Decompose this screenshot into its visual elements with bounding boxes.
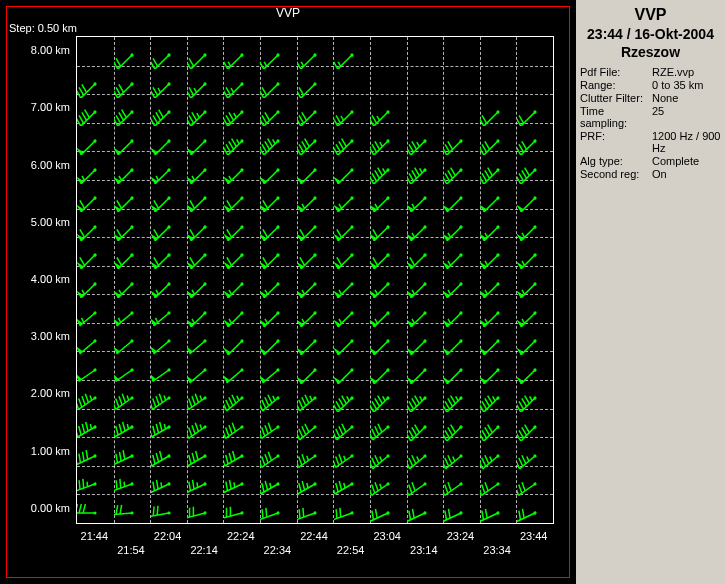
wind-barb <box>151 205 187 241</box>
svg-point-705 <box>349 196 354 201</box>
svg-point-448 <box>313 339 318 344</box>
svg-line-528 <box>154 284 168 298</box>
svg-line-568 <box>521 284 535 298</box>
wind-barb <box>151 176 187 212</box>
svg-line-173 <box>263 454 270 463</box>
svg-line-255 <box>263 425 270 434</box>
svg-line-381 <box>486 396 494 404</box>
svg-line-938 <box>301 84 315 98</box>
svg-point-864 <box>166 110 171 115</box>
svg-point-26 <box>276 511 280 515</box>
wind-barb <box>297 119 333 155</box>
svg-line-75 <box>118 479 123 488</box>
svg-line-163 <box>224 456 241 466</box>
svg-line-765 <box>410 170 418 178</box>
svg-point-412 <box>349 367 354 372</box>
svg-line-688 <box>191 198 205 212</box>
svg-line-332 <box>230 395 238 403</box>
wind-barb <box>151 148 187 184</box>
grid-line-h <box>77 380 553 381</box>
svg-point-102 <box>313 482 317 486</box>
wind-barb <box>517 291 553 327</box>
svg-line-210 <box>489 456 493 461</box>
svg-line-83 <box>187 484 205 492</box>
svg-line-389 <box>528 397 532 401</box>
wind-barb <box>443 491 479 527</box>
svg-point-41 <box>386 511 390 515</box>
svg-line-680 <box>118 198 132 212</box>
svg-line-161 <box>190 453 197 462</box>
svg-line-43 <box>370 510 376 519</box>
svg-line-647 <box>262 229 270 237</box>
svg-point-225 <box>130 425 134 429</box>
svg-line-580 <box>154 255 168 269</box>
x-tick-label: 21:44 <box>81 530 109 542</box>
svg-point-258 <box>313 425 318 430</box>
info-key: Range: <box>580 79 652 91</box>
wind-barb <box>297 348 333 384</box>
info-value: 0 to 35 km <box>652 79 721 91</box>
svg-line-719 <box>484 198 498 212</box>
svg-point-742 <box>240 167 245 172</box>
svg-point-920 <box>166 82 171 87</box>
svg-line-117 <box>373 482 380 491</box>
svg-point-194 <box>423 453 428 458</box>
svg-point-720 <box>496 196 501 201</box>
wind-barb <box>480 376 516 412</box>
grid-line-h <box>77 409 553 410</box>
svg-line-879 <box>227 113 235 121</box>
svg-line-15 <box>187 513 205 518</box>
wind-barb <box>407 376 443 412</box>
grid-line-h <box>77 209 553 210</box>
svg-line-111 <box>337 481 344 490</box>
svg-line-532 <box>191 284 205 298</box>
svg-point-182 <box>349 453 353 457</box>
wind-barb <box>224 205 260 241</box>
wind-barb <box>480 176 516 212</box>
svg-line-368 <box>419 397 423 401</box>
wind-barb <box>187 119 223 155</box>
svg-line-133 <box>483 482 490 491</box>
svg-line-235 <box>154 424 161 433</box>
svg-point-349 <box>349 396 354 401</box>
wind-barb <box>297 233 333 269</box>
wind-barb <box>224 319 260 355</box>
svg-line-337 <box>260 400 268 408</box>
svg-point-951 <box>203 53 208 58</box>
svg-line-273 <box>373 426 381 434</box>
svg-line-292 <box>486 425 494 433</box>
svg-point-557 <box>423 282 428 287</box>
svg-line-249 <box>227 425 234 434</box>
svg-line-237 <box>163 424 167 429</box>
svg-point-200 <box>459 453 464 458</box>
svg-point-649 <box>313 225 318 230</box>
svg-line-692 <box>228 198 242 212</box>
svg-line-861 <box>117 113 125 121</box>
svg-marker-431 <box>77 345 83 354</box>
grid-line-v <box>223 37 224 523</box>
svg-line-604 <box>374 255 388 269</box>
wind-barb <box>443 348 479 384</box>
svg-line-733 <box>154 170 168 184</box>
svg-line-280 <box>413 425 421 433</box>
svg-line-857 <box>118 112 132 126</box>
y-tick-label: 0.00 km <box>10 502 70 514</box>
svg-line-326 <box>199 396 203 401</box>
svg-line-373 <box>447 399 455 407</box>
svg-line-88 <box>196 482 199 487</box>
svg-line-704 <box>337 198 351 212</box>
svg-line-420 <box>447 370 461 384</box>
svg-line-660 <box>411 227 425 241</box>
svg-point-819 <box>349 139 354 144</box>
wind-barb <box>77 119 113 155</box>
svg-line-918 <box>117 84 125 92</box>
svg-line-76 <box>123 482 126 487</box>
svg-point-188 <box>386 453 391 458</box>
wind-barb <box>77 291 113 327</box>
svg-point-517 <box>532 310 537 315</box>
svg-point-685 <box>166 196 171 201</box>
wind-barb <box>260 119 296 155</box>
info-value: On <box>652 168 721 180</box>
svg-line-584 <box>191 255 205 269</box>
svg-point-454 <box>386 339 391 344</box>
